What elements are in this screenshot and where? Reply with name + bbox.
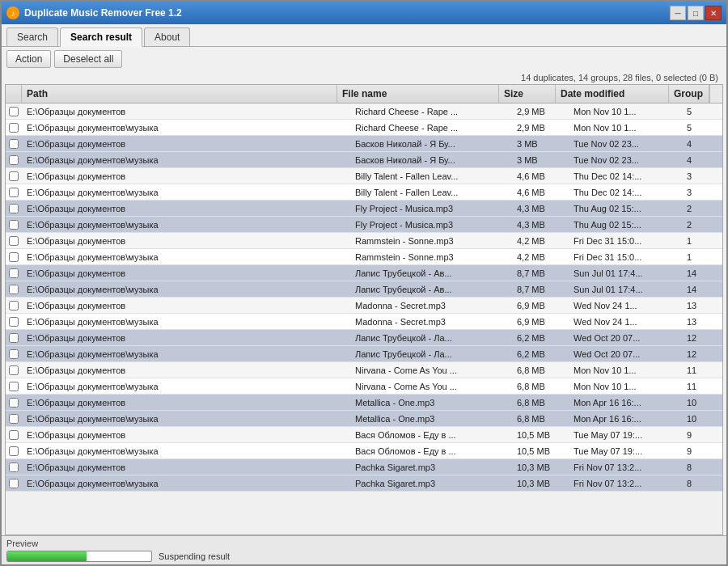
row-checkbox[interactable]: [9, 204, 19, 213]
progress-bar-fill: [7, 551, 87, 561]
table-row[interactable]: E:\Образцы документов Pachka Sigaret.mp3…: [6, 459, 722, 475]
row-checkbox[interactable]: [9, 188, 19, 197]
row-checkbox-cell[interactable]: [6, 267, 22, 280]
action-button[interactable]: Action: [6, 50, 51, 68]
table-row[interactable]: E:\Образцы документов Madonna - Secret.m…: [6, 298, 722, 314]
row-checkbox-cell[interactable]: [6, 154, 22, 167]
row-filename: Richard Cheese - Rape ...: [350, 105, 512, 118]
row-checkbox[interactable]: [9, 430, 19, 440]
table-row[interactable]: E:\Образцы документов Fly Project - Musi…: [6, 201, 722, 217]
table-row[interactable]: E:\Образцы документов Metallica - One.mp…: [6, 395, 722, 411]
row-checkbox-cell[interactable]: [6, 105, 22, 118]
row-date: Fri Nov 07 13:2...: [569, 461, 682, 474]
row-checkbox[interactable]: [9, 107, 19, 116]
row-checkbox-cell[interactable]: [6, 202, 22, 215]
table-row[interactable]: E:\Образцы документов\музыка Fly Project…: [6, 217, 722, 233]
table-row[interactable]: E:\Образцы документов Лапис Трубецкой - …: [6, 265, 722, 281]
row-date: Thu Aug 02 15:...: [569, 202, 682, 215]
table-body[interactable]: E:\Образцы документов Richard Cheese - R…: [6, 103, 722, 534]
row-checkbox-cell[interactable]: [6, 234, 22, 247]
row-checkbox-cell[interactable]: [6, 283, 22, 296]
table-row[interactable]: E:\Образцы документов Басков Николай - Я…: [6, 136, 722, 152]
table-row[interactable]: E:\Образцы документов Richard Cheese - R…: [6, 103, 722, 120]
row-checkbox-cell[interactable]: [6, 332, 22, 344]
row-checkbox[interactable]: [9, 123, 19, 133]
row-checkbox-cell[interactable]: [6, 315, 22, 328]
row-checkbox-cell[interactable]: [6, 477, 22, 490]
row-checkbox-cell[interactable]: [6, 429, 22, 441]
row-checkbox[interactable]: [9, 349, 19, 359]
row-group: 8: [682, 477, 722, 490]
row-checkbox[interactable]: [9, 479, 19, 488]
row-size: 4,3 MB: [512, 218, 569, 231]
row-size: 10,5 MB: [512, 445, 569, 458]
row-checkbox[interactable]: [9, 220, 19, 230]
row-checkbox[interactable]: [9, 382, 19, 391]
row-size: 6,8 MB: [512, 380, 569, 393]
title-bar-left: ♪ Duplicate Music Remover Free 1.2: [6, 6, 182, 19]
row-checkbox[interactable]: [9, 236, 19, 246]
table-row[interactable]: E:\Образцы документов\музыка Басков Нико…: [6, 152, 722, 168]
row-filename: Fly Project - Musica.mp3: [350, 218, 512, 231]
row-checkbox-cell[interactable]: [6, 170, 22, 183]
row-checkbox[interactable]: [9, 268, 19, 278]
row-group: 3: [682, 170, 722, 183]
tab-about[interactable]: About: [144, 27, 190, 46]
row-checkbox[interactable]: [9, 333, 19, 343]
row-checkbox-cell[interactable]: [6, 299, 22, 312]
table-row[interactable]: E:\Образцы документов\музыка Вася Обломо…: [6, 443, 722, 459]
preview-label: Preview: [6, 539, 38, 548]
row-checkbox-cell[interactable]: [6, 364, 22, 377]
row-checkbox-cell[interactable]: [6, 251, 22, 264]
minimize-button[interactable]: ─: [670, 6, 686, 20]
close-button[interactable]: ✕: [705, 6, 722, 20]
row-checkbox-cell[interactable]: [6, 461, 22, 474]
row-checkbox[interactable]: [9, 171, 19, 181]
tab-search-result[interactable]: Search result: [60, 27, 142, 47]
table-row[interactable]: E:\Образцы документов\музыка Richard Che…: [6, 120, 722, 136]
row-checkbox-cell[interactable]: [6, 121, 22, 134]
deselect-all-button[interactable]: Deselect all: [54, 50, 122, 68]
table-row[interactable]: E:\Образцы документов Billy Talent - Fal…: [6, 168, 722, 184]
table-row[interactable]: E:\Образцы документов\музыка Billy Talen…: [6, 184, 722, 201]
row-group: 11: [682, 380, 722, 393]
row-checkbox-cell[interactable]: [6, 380, 22, 393]
table-row[interactable]: E:\Образцы документов\музыка Nirvana - C…: [6, 378, 722, 395]
maximize-button[interactable]: □: [688, 6, 704, 20]
row-filename: Nirvana - Come As You ...: [350, 380, 512, 393]
row-checkbox[interactable]: [9, 414, 19, 424]
table-row[interactable]: E:\Образцы документов\музыка Metallica -…: [6, 411, 722, 427]
table-row[interactable]: E:\Образцы документов Лапис Трубецкой - …: [6, 330, 722, 346]
tab-bar: Search Search result About: [2, 24, 726, 47]
row-checkbox[interactable]: [9, 252, 19, 262]
row-checkbox[interactable]: [9, 463, 19, 472]
table-row[interactable]: E:\Образцы документов\музыка Лапис Трубе…: [6, 346, 722, 362]
row-checkbox[interactable]: [9, 139, 19, 149]
row-checkbox[interactable]: [9, 446, 19, 456]
row-checkbox-cell[interactable]: [6, 348, 22, 361]
row-size: 6,2 MB: [512, 332, 569, 344]
table-row[interactable]: E:\Образцы документов\музыка Лапис Трубе…: [6, 281, 722, 298]
table-row[interactable]: E:\Образцы документов\музыка Pachka Siga…: [6, 475, 722, 492]
table-row[interactable]: E:\Образцы документов Nirvana - Come As …: [6, 362, 722, 378]
row-checkbox-cell[interactable]: [6, 218, 22, 231]
table-row[interactable]: E:\Образцы документов Rammstein - Sonne.…: [6, 233, 722, 249]
table-row[interactable]: E:\Образцы документов\музыка Madonna - S…: [6, 314, 722, 330]
row-checkbox-cell[interactable]: [6, 445, 22, 458]
row-checkbox[interactable]: [9, 398, 19, 408]
row-date: Sun Jul 01 17:4...: [569, 267, 682, 280]
table-row[interactable]: E:\Образцы документов Вася Обломов - Еду…: [6, 427, 722, 443]
row-checkbox-cell[interactable]: [6, 396, 22, 409]
row-checkbox[interactable]: [9, 365, 19, 375]
row-checkbox-cell[interactable]: [6, 412, 22, 425]
progress-status-text: Suspending result: [159, 551, 230, 561]
table-row[interactable]: E:\Образцы документов\музыка Rammstein -…: [6, 249, 722, 265]
row-checkbox[interactable]: [9, 317, 19, 327]
row-checkbox[interactable]: [9, 285, 19, 294]
row-checkbox-cell[interactable]: [6, 137, 22, 150]
row-checkbox[interactable]: [9, 301, 19, 310]
tab-search[interactable]: Search: [6, 27, 58, 46]
row-checkbox[interactable]: [9, 155, 19, 165]
row-path: E:\Образцы документов: [22, 332, 350, 344]
row-checkbox-cell[interactable]: [6, 186, 22, 199]
